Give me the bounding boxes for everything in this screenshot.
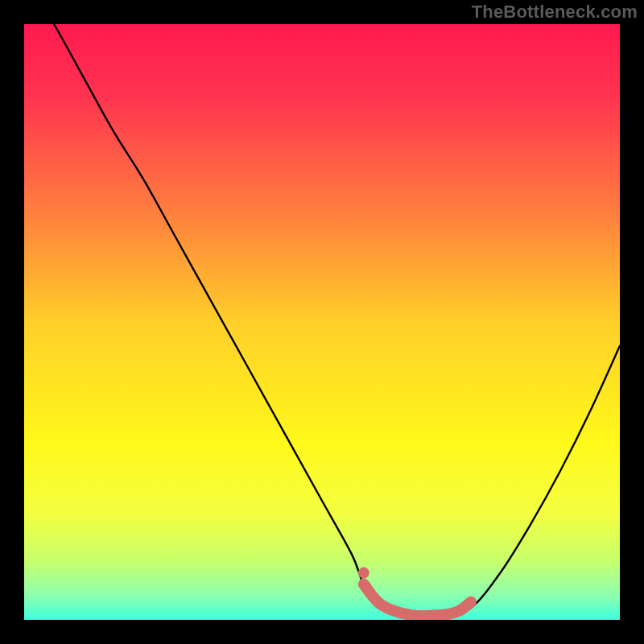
watermark-text: TheBottleneck.com [472,2,638,23]
curve-layer [24,24,620,620]
bottleneck-curve [24,24,620,618]
chart-container: TheBottleneck.com [0,0,644,644]
highlight-start-dot [358,568,369,579]
highlight-segment [364,584,471,617]
plot-area [24,24,620,620]
